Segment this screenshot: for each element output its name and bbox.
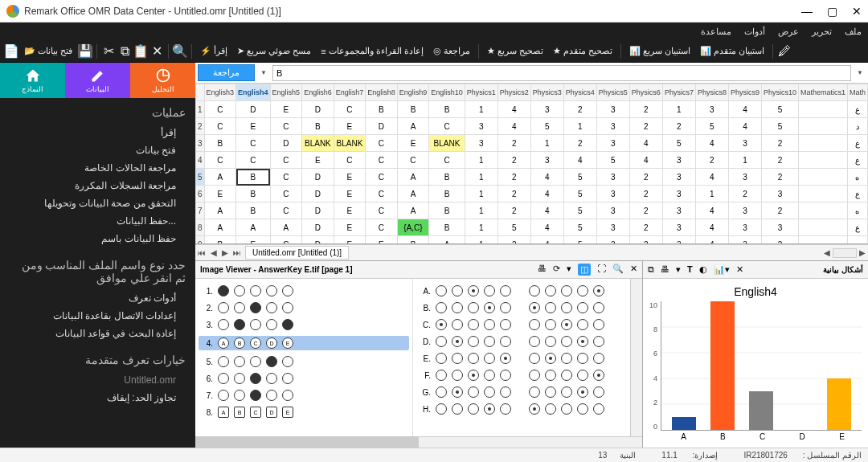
- grid-cell[interactable]: [798, 219, 847, 236]
- review-button[interactable]: ◎ مراجعة: [430, 44, 473, 58]
- grid-cell[interactable]: A: [397, 186, 429, 202]
- hscroll-right[interactable]: ▶: [857, 248, 868, 257]
- grid-cell[interactable]: ع: [847, 135, 867, 152]
- grid-cell[interactable]: D: [302, 186, 334, 202]
- formula-dropdown-icon[interactable]: ▼: [854, 69, 866, 76]
- grid-cell[interactable]: C: [366, 219, 398, 236]
- grid-cell[interactable]: E: [334, 236, 366, 245]
- grid-cell[interactable]: 3: [728, 219, 761, 236]
- grid-cell[interactable]: 4: [695, 169, 728, 186]
- viewer-vscroll[interactable]: [630, 279, 642, 436]
- grid-cell[interactable]: C: [366, 186, 398, 202]
- grid-cell[interactable]: 3: [662, 219, 695, 236]
- grid-cell[interactable]: 4: [530, 186, 563, 202]
- grid-cell[interactable]: D: [302, 101, 334, 118]
- grid-cell[interactable]: 4: [530, 236, 563, 245]
- grid-cell[interactable]: E: [334, 219, 366, 236]
- grid-cell[interactable]: [798, 118, 847, 135]
- grid-cell[interactable]: 3: [596, 101, 629, 118]
- quick-survey-button[interactable]: 📊 استبيان سريع: [626, 44, 694, 58]
- grid-cell[interactable]: 2: [629, 118, 662, 135]
- quick-grade-button[interactable]: ★ تصحيح سريع: [484, 44, 547, 58]
- adv-survey-button[interactable]: 📊 استبيان متقدم: [697, 44, 768, 58]
- grid-cell[interactable]: 1: [662, 101, 695, 118]
- grid-cell[interactable]: E: [366, 236, 398, 245]
- grid-cell[interactable]: B: [366, 101, 398, 118]
- grid-cell[interactable]: 2: [629, 101, 662, 118]
- grid-cell[interactable]: 3: [530, 152, 563, 169]
- col-header[interactable]: English3: [204, 84, 236, 101]
- sidebar-tool-2[interactable]: إعادة البحث في قواعد البيانات: [10, 325, 186, 342]
- minimize-button[interactable]: —: [801, 5, 813, 18]
- grid-cell[interactable]: 2: [761, 169, 798, 186]
- grid-cell[interactable]: C: [334, 152, 366, 169]
- row-header[interactable]: 3: [195, 135, 204, 152]
- grid-cell[interactable]: 5: [695, 118, 728, 135]
- col-header[interactable]: English4: [236, 84, 271, 101]
- grid-cell[interactable]: 2: [761, 152, 798, 169]
- grid-cell[interactable]: B: [429, 219, 465, 236]
- grid-cell[interactable]: 3: [662, 202, 695, 219]
- grid-cell[interactable]: B: [397, 101, 429, 118]
- row-header[interactable]: 4: [195, 152, 204, 169]
- grid-cell[interactable]: ع: [847, 101, 867, 118]
- paste-icon[interactable]: 📋: [134, 45, 147, 58]
- grid-cell[interactable]: 4: [497, 101, 530, 118]
- menu-edit[interactable]: تحرير: [812, 27, 832, 37]
- grid-cell[interactable]: D: [236, 101, 271, 118]
- sheet-tab[interactable]: Untitled.omr [Untitled (1)]: [245, 246, 349, 260]
- grid-cell[interactable]: 2: [497, 186, 530, 202]
- grid-cell[interactable]: A: [397, 202, 429, 219]
- review-dropdown-icon[interactable]: ▼: [258, 69, 269, 76]
- chart-close-icon[interactable]: ✕: [736, 264, 743, 275]
- grid-cell[interactable]: C: [366, 135, 398, 152]
- chart-copy-icon[interactable]: ⧉: [648, 264, 654, 275]
- grid-cell[interactable]: 4: [728, 101, 761, 118]
- grid-cell[interactable]: B: [236, 202, 271, 219]
- viewer-zoom-icon[interactable]: 🔍: [612, 264, 624, 276]
- grid-cell[interactable]: [798, 135, 847, 152]
- grid-cell[interactable]: [798, 169, 847, 186]
- col-header[interactable]: Mathematics1: [798, 84, 847, 101]
- cut-icon[interactable]: ✂: [102, 45, 115, 58]
- grid-cell[interactable]: B: [429, 169, 465, 186]
- col-header[interactable]: English10: [429, 84, 465, 101]
- grid-cell[interactable]: 5: [530, 118, 563, 135]
- grid-cell[interactable]: E: [236, 236, 271, 245]
- grid-cell[interactable]: 1: [530, 135, 563, 152]
- open-data-button[interactable]: 📂 فتح بيانات: [21, 44, 76, 58]
- viewer-print-icon[interactable]: 🖶: [538, 264, 547, 276]
- adv-grade-button[interactable]: ★ تصحيح متقدم: [550, 44, 616, 58]
- viewer-split-icon[interactable]: ◫: [578, 264, 591, 276]
- grid-cell[interactable]: C: [270, 118, 302, 135]
- grid-cell[interactable]: E: [302, 152, 334, 169]
- grid-cell[interactable]: 4: [695, 219, 728, 236]
- grid-cell[interactable]: 2: [497, 152, 530, 169]
- grid-cell[interactable]: 5: [563, 169, 596, 186]
- save-icon[interactable]: 💾: [79, 45, 92, 58]
- menu-view[interactable]: عرض: [778, 27, 799, 37]
- new-icon[interactable]: 📄: [5, 45, 18, 58]
- grid-cell[interactable]: B: [397, 236, 429, 245]
- grid-cell[interactable]: A: [204, 202, 236, 219]
- grid-cell[interactable]: 4: [695, 236, 728, 245]
- grid-cell[interactable]: 2: [497, 169, 530, 186]
- grid-cell[interactable]: 2: [497, 135, 530, 152]
- grid-cell[interactable]: 4: [563, 152, 596, 169]
- col-header[interactable]: Physics4: [563, 84, 596, 101]
- menu-file[interactable]: ملف: [845, 27, 862, 37]
- row-header[interactable]: 6: [195, 186, 204, 202]
- grid-cell[interactable]: C: [236, 152, 271, 169]
- grid-cell[interactable]: 5: [497, 219, 530, 236]
- maximize-button[interactable]: ▢: [827, 5, 837, 18]
- delete-icon[interactable]: ✕: [150, 45, 163, 58]
- grid-cell[interactable]: 3: [728, 135, 761, 152]
- sheet-nav-next[interactable]: ▶: [219, 248, 231, 257]
- grid-cell[interactable]: E: [334, 169, 366, 186]
- row-header[interactable]: 8: [195, 219, 204, 236]
- grid-cell[interactable]: 2: [728, 186, 761, 202]
- grid-cell[interactable]: A: [204, 169, 236, 186]
- grid-cell[interactable]: 2: [662, 118, 695, 135]
- grid-cell[interactable]: 2: [563, 135, 596, 152]
- grid-cell[interactable]: B: [204, 135, 236, 152]
